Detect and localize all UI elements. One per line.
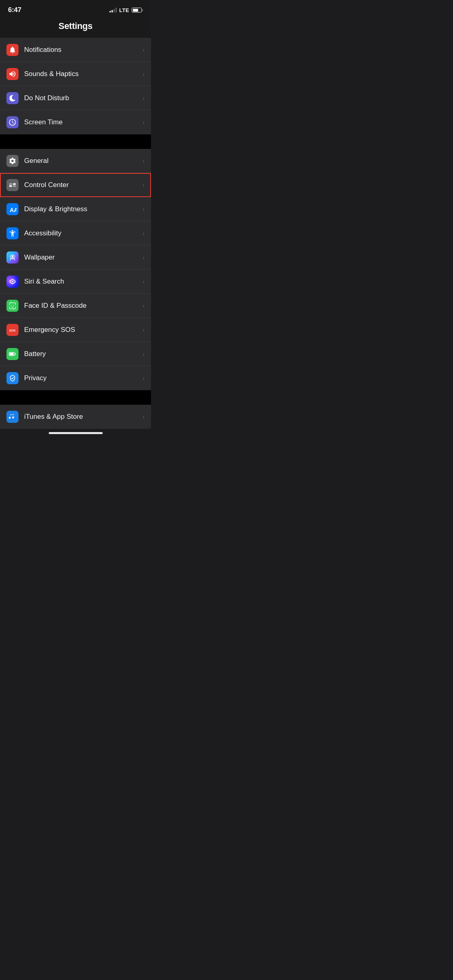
sos-svg: SOS — [8, 326, 17, 334]
settings-row-emergencysos[interactable]: SOS Emergency SOS › — [0, 318, 151, 342]
screentime-chevron: › — [143, 119, 145, 126]
controlcenter-icon — [6, 179, 19, 191]
notifications-icon — [6, 44, 19, 56]
donotdisturb-icon — [6, 92, 19, 104]
siri-icon — [6, 276, 19, 288]
controlcenter-chevron: › — [143, 182, 145, 188]
settings-row-notifications[interactable]: Notifications › — [0, 38, 151, 62]
moon-svg — [8, 94, 17, 102]
svg-point-2 — [14, 183, 16, 185]
gear-svg — [8, 157, 17, 165]
svg-point-4 — [9, 185, 11, 187]
accessibility-label: Accessibility — [24, 229, 139, 237]
svg-rect-13 — [10, 353, 14, 355]
screentime-icon — [6, 116, 19, 128]
donotdisturb-chevron: › — [143, 95, 145, 101]
siri-svg — [8, 278, 17, 286]
privacy-chevron: › — [143, 375, 145, 381]
sounds-icon — [6, 68, 19, 80]
wallpaper-chevron: › — [143, 254, 145, 261]
itunes-label: iTunes & App Store — [24, 413, 139, 421]
siri-chevron: › — [143, 278, 145, 285]
status-bar: 6:47 LTE — [0, 0, 151, 18]
settings-row-donotdisturb[interactable]: Do Not Disturb › — [0, 86, 151, 110]
notifications-label: Notifications — [24, 46, 139, 54]
faceid-label: Face ID & Passcode — [24, 302, 139, 310]
faceid-icon — [6, 300, 19, 312]
page-title: Settings — [58, 21, 92, 31]
section-divider-1 — [0, 134, 151, 149]
settings-row-sounds[interactable]: Sounds & Haptics › — [0, 62, 151, 86]
privacy-label: Privacy — [24, 374, 139, 382]
general-chevron: › — [143, 158, 145, 164]
privacy-svg — [8, 374, 17, 382]
emergencysos-label: Emergency SOS — [24, 326, 139, 334]
screentime-label: Screen Time — [24, 118, 139, 126]
battery-label: Battery — [24, 350, 139, 358]
svg-text:SOS: SOS — [9, 329, 16, 332]
settings-row-privacy[interactable]: Privacy › — [0, 366, 151, 390]
accessibility-chevron: › — [143, 230, 145, 237]
battery-chevron: › — [143, 351, 145, 357]
notifications-svg — [8, 46, 17, 54]
siri-label: Siri & Search — [24, 278, 139, 286]
screentime-svg — [8, 118, 17, 126]
settings-section-bottom: iTunes & App Store › — [0, 405, 151, 429]
settings-row-wallpaper[interactable]: Wallpaper › — [0, 245, 151, 270]
settings-row-accessibility[interactable]: Accessibility › — [0, 221, 151, 245]
itunes-icon — [6, 411, 19, 423]
controlcenter-label: Control Center — [24, 181, 139, 189]
svg-point-10 — [12, 281, 13, 282]
faceid-svg — [8, 302, 17, 310]
general-label: General — [24, 157, 139, 165]
status-time: 6:47 — [8, 6, 21, 14]
emergencysos-chevron: › — [143, 327, 145, 333]
accessibility-svg — [8, 229, 17, 237]
displaybrightness-chevron: › — [143, 206, 145, 212]
svg-point-7 — [12, 255, 14, 257]
settings-row-controlcenter[interactable]: Control Center › — [0, 173, 151, 197]
settings-row-general[interactable]: General › — [0, 149, 151, 173]
home-indicator — [0, 429, 151, 436]
settings-row-faceid[interactable]: Face ID & Passcode › — [0, 294, 151, 318]
displaybrightness-icon: AA — [6, 203, 19, 215]
battery-icon — [6, 348, 19, 360]
svg-rect-5 — [13, 185, 16, 186]
svg-text:AA: AA — [10, 206, 17, 213]
emergencysos-icon: SOS — [6, 324, 19, 336]
settings-row-siri[interactable]: Siri & Search › — [0, 270, 151, 294]
displaybrightness-label: Display & Brightness — [24, 205, 139, 213]
privacy-icon — [6, 372, 19, 384]
wallpaper-icon — [6, 251, 19, 264]
wallpaper-svg — [8, 253, 17, 261]
sounds-label: Sounds & Haptics — [24, 70, 139, 78]
sounds-svg — [8, 70, 17, 78]
settings-row-itunes[interactable]: iTunes & App Store › — [0, 405, 151, 429]
notifications-chevron: › — [143, 47, 145, 53]
faceid-chevron: › — [143, 303, 145, 309]
donotdisturb-label: Do Not Disturb — [24, 94, 139, 102]
itunes-chevron: › — [143, 414, 145, 420]
wallpaper-label: Wallpaper — [24, 253, 139, 261]
sounds-chevron: › — [143, 71, 145, 77]
svg-rect-0 — [9, 183, 12, 184]
status-right-icons: LTE — [110, 7, 143, 13]
settings-row-displaybrightness[interactable]: AA Display & Brightness › — [0, 197, 151, 221]
battery-svg — [8, 350, 17, 358]
battery-status-icon — [132, 8, 143, 12]
lte-indicator: LTE — [119, 7, 129, 13]
display-svg: AA — [8, 205, 17, 213]
page-title-bar: Settings — [0, 18, 151, 38]
home-indicator-bar — [49, 432, 103, 434]
settings-row-screentime[interactable]: Screen Time › — [0, 110, 151, 134]
general-icon — [6, 155, 19, 167]
settings-section-1: Notifications › Sounds & Haptics › Do No… — [0, 38, 151, 134]
itunes-svg — [8, 413, 17, 421]
accessibility-icon — [6, 227, 19, 239]
toggle-svg — [8, 181, 17, 189]
signal-icon — [110, 8, 117, 12]
section-divider-2 — [0, 390, 151, 405]
settings-row-battery[interactable]: Battery › — [0, 342, 151, 366]
settings-section-2: General › Control Center › AA Display & … — [0, 149, 151, 390]
